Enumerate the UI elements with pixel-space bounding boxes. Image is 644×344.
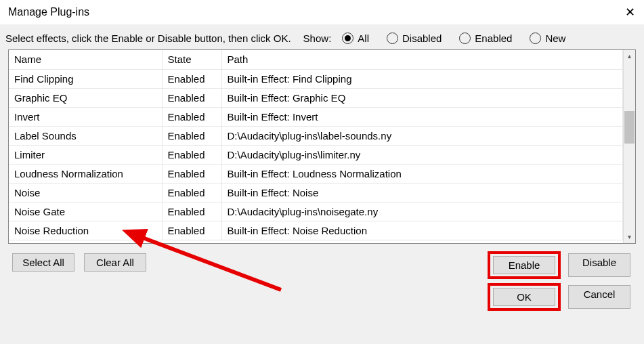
title-bar: Manage Plug-ins ✕ bbox=[0, 0, 644, 24]
cell-path: D:\Audacity\plug-ins\label-sounds.ny bbox=[221, 126, 623, 145]
cell-name: Loudness Normalization bbox=[9, 164, 162, 183]
cell-path: Built-in Effect: Loudness Normalization bbox=[221, 164, 623, 183]
cell-name: Noise bbox=[9, 183, 162, 202]
table-row[interactable]: Noise ReductionEnabledBuilt-in Effect: N… bbox=[9, 221, 623, 240]
col-header-name[interactable]: Name bbox=[9, 50, 162, 69]
cell-state: Enabled bbox=[162, 221, 221, 240]
enable-button[interactable]: Enable bbox=[493, 256, 555, 274]
cell-name: Noise Gate bbox=[9, 202, 162, 221]
scroll-thumb[interactable] bbox=[624, 111, 635, 144]
cell-state: Enabled bbox=[162, 164, 221, 183]
cell-name: Invert bbox=[9, 107, 162, 126]
cell-path: D:\Audacity\plug-ins\limiter.ny bbox=[221, 145, 623, 164]
cell-name: Graphic EQ bbox=[9, 88, 162, 107]
bottom-button-bar: Select All Clear All Enable Disable OK C… bbox=[0, 244, 644, 309]
radio-enabled[interactable]: Enabled bbox=[459, 33, 512, 44]
table-row[interactable]: LimiterEnabledD:\Audacity\plug-ins\limit… bbox=[9, 145, 623, 164]
table-row[interactable]: Label SoundsEnabledD:\Audacity\plug-ins\… bbox=[9, 126, 623, 145]
vertical-scrollbar[interactable]: ▴ ▾ bbox=[623, 50, 635, 243]
table-row[interactable]: InvertEnabledBuilt-in Effect: Invert bbox=[9, 107, 623, 126]
radio-icon bbox=[459, 33, 471, 44]
radio-label: New bbox=[545, 33, 565, 44]
instruction-bar: Select effects, click the Enable or Disa… bbox=[0, 24, 644, 49]
table-row[interactable]: Find ClippingEnabledBuilt-in Effect: Fin… bbox=[9, 69, 623, 88]
radio-all[interactable]: All bbox=[342, 33, 369, 44]
radio-label: All bbox=[358, 33, 369, 44]
radio-new[interactable]: New bbox=[530, 33, 565, 44]
radio-icon bbox=[342, 33, 353, 44]
col-header-state[interactable]: State bbox=[162, 50, 221, 69]
cell-state: Enabled bbox=[162, 107, 221, 126]
scroll-down-icon[interactable]: ▾ bbox=[624, 231, 635, 243]
instruction-text: Select effects, click the Enable or Disa… bbox=[5, 33, 291, 44]
window-title: Manage Plug-ins bbox=[8, 6, 89, 18]
ok-button[interactable]: OK bbox=[493, 288, 555, 306]
cell-name: Label Sounds bbox=[9, 126, 162, 145]
cell-state: Enabled bbox=[162, 126, 221, 145]
cell-path: Built-in Effect: Noise bbox=[221, 183, 623, 202]
plugin-table[interactable]: Name State Path Find ClippingEnabledBuil… bbox=[9, 50, 623, 240]
table-row[interactable]: NoiseEnabledBuilt-in Effect: Noise bbox=[9, 183, 623, 202]
radio-disabled[interactable]: Disabled bbox=[387, 33, 442, 44]
select-all-button[interactable]: Select All bbox=[12, 253, 74, 272]
cell-state: Enabled bbox=[162, 88, 221, 107]
cell-name: Limiter bbox=[9, 145, 162, 164]
cell-path: Built-in Effect: Find Clipping bbox=[221, 69, 623, 88]
scroll-up-icon[interactable]: ▴ bbox=[624, 50, 635, 62]
cell-state: Enabled bbox=[162, 69, 221, 88]
cell-name: Noise Reduction bbox=[9, 221, 162, 240]
show-radio-group: AllDisabledEnabledNew bbox=[342, 33, 565, 44]
table-row[interactable]: Graphic EQEnabledBuilt-in Effect: Graphi… bbox=[9, 88, 623, 107]
cell-path: D:\Audacity\plug-ins\noisegate.ny bbox=[221, 202, 623, 221]
radio-icon bbox=[530, 33, 541, 44]
table-row[interactable]: Noise GateEnabledD:\Audacity\plug-ins\no… bbox=[9, 202, 623, 221]
cell-path: Built-in Effect: Noise Reduction bbox=[221, 221, 623, 240]
cell-state: Enabled bbox=[162, 202, 221, 221]
clear-all-button[interactable]: Clear All bbox=[84, 253, 146, 272]
cell-state: Enabled bbox=[162, 145, 221, 164]
ok-highlight: OK bbox=[490, 285, 559, 309]
close-icon[interactable]: ✕ bbox=[624, 6, 636, 18]
radio-icon bbox=[387, 33, 398, 44]
cell-state: Enabled bbox=[162, 183, 221, 202]
table-row[interactable]: Loudness NormalizationEnabledBuilt-in Ef… bbox=[9, 164, 623, 183]
disable-button[interactable]: Disable bbox=[568, 253, 630, 277]
cell-path: Built-in Effect: Graphic EQ bbox=[221, 88, 623, 107]
radio-label: Disabled bbox=[402, 33, 442, 44]
plugin-table-wrap: Name State Path Find ClippingEnabledBuil… bbox=[8, 49, 636, 244]
cell-name: Find Clipping bbox=[9, 69, 162, 88]
radio-label: Enabled bbox=[475, 33, 512, 44]
show-label: Show: bbox=[303, 33, 332, 44]
col-header-path[interactable]: Path bbox=[221, 50, 623, 69]
enable-highlight: Enable bbox=[490, 253, 559, 277]
cancel-button[interactable]: Cancel bbox=[568, 285, 630, 309]
cell-path: Built-in Effect: Invert bbox=[221, 107, 623, 126]
